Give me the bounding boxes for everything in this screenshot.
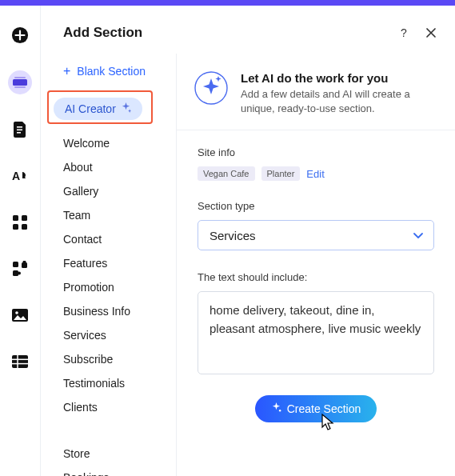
svg-rect-6 [17,132,21,134]
sidebar-item[interactable]: Gallery [54,179,176,203]
plus-icon: + [63,65,70,78]
sidebar-item[interactable]: Features [54,251,176,275]
svg-text:?: ? [401,26,407,39]
sidebar-item[interactable]: Clients [54,395,176,419]
help-icon[interactable]: ? [394,23,413,42]
section-type-select[interactable]: Services [198,220,434,250]
section-type-label: Section type [198,200,434,212]
sidebar-item[interactable]: Store [54,442,176,466]
svg-rect-19 [12,355,28,368]
sidebar-ai-label: AI Creator [65,102,116,115]
intro-title: Let AI do the work for you [241,71,437,85]
section-icon[interactable] [8,70,32,94]
sidebar-item[interactable]: Promotion [54,275,176,299]
sidebar: + Blank Section AI Creator WelcomeAboutG… [41,54,177,476]
svg-rect-10 [13,224,18,230]
svg-text:A: A [12,170,20,182]
sidebar-blank-label: Blank Section [77,65,146,78]
site-info-chips: Vegan Cafe Planter Edit [198,166,434,181]
apps-icon[interactable] [9,211,31,234]
sidebar-item[interactable]: Testimonials [54,371,176,395]
puzzle-icon[interactable] [9,258,31,280]
sidebar-ai-wrap: AI Creator [54,98,176,120]
ai-sparkle-icon [194,71,228,105]
create-section-label: Create Section [287,402,361,415]
svg-rect-8 [13,215,18,221]
form: Site info Vegan Cafe Planter Edit Sectio… [177,130,455,422]
svg-rect-3 [14,86,26,88]
site-info-label: Site info [198,146,434,158]
sparkle-icon [271,402,281,415]
sidebar-item[interactable]: Business Info [54,299,176,323]
sidebar-item[interactable]: Contact [54,227,176,251]
edit-link[interactable]: Edit [306,168,324,180]
app-top-bar [0,0,455,6]
svg-point-18 [15,311,18,314]
svg-rect-2 [14,77,26,78]
sparkle-icon [121,102,131,115]
intro-subtitle: Add a few details and AI will create a u… [241,87,437,115]
text-include-textarea[interactable]: home delivery, takeout, dine in, pleasan… [198,291,434,374]
svg-rect-12 [13,262,18,267]
svg-point-25 [279,410,281,411]
add-icon[interactable] [9,24,31,46]
image-icon[interactable] [9,304,31,326]
table-icon[interactable] [9,350,31,373]
svg-rect-11 [22,224,27,230]
chevron-down-icon [413,229,424,242]
section-type-value: Services [210,229,256,242]
chip: Vegan Cafe [198,166,255,181]
svg-rect-5 [17,130,22,131]
page-icon[interactable] [9,118,31,141]
svg-rect-15 [13,270,18,276]
sidebar-item[interactable]: Services [54,323,176,347]
svg-rect-9 [22,215,27,221]
sidebar-item[interactable]: About [54,155,176,179]
svg-rect-1 [13,79,27,86]
svg-rect-4 [17,126,22,128]
sidebar-item[interactable]: Subscribe [54,347,176,371]
close-icon[interactable] [421,23,441,42]
theme-icon[interactable]: A [9,165,31,187]
panel-header: Add Section ? [41,6,455,54]
text-include-label: The text should include: [198,271,434,283]
chip: Planter [261,166,301,181]
sidebar-ai-creator[interactable]: AI Creator [54,98,142,120]
sidebar-item[interactable]: Bookings [54,466,176,476]
content: Let AI do the work for you Add a few det… [177,54,455,476]
create-section-button[interactable]: Create Section [255,395,377,422]
icon-rail: A [0,6,40,476]
sidebar-item[interactable]: Team [54,203,176,227]
panel-title: Add Section [63,25,394,41]
intro: Let AI do the work for you Add a few det… [177,54,455,130]
sidebar-blank-section[interactable]: + Blank Section [54,59,176,83]
sidebar-item[interactable]: Welcome [54,131,176,155]
svg-point-16 [18,272,21,275]
